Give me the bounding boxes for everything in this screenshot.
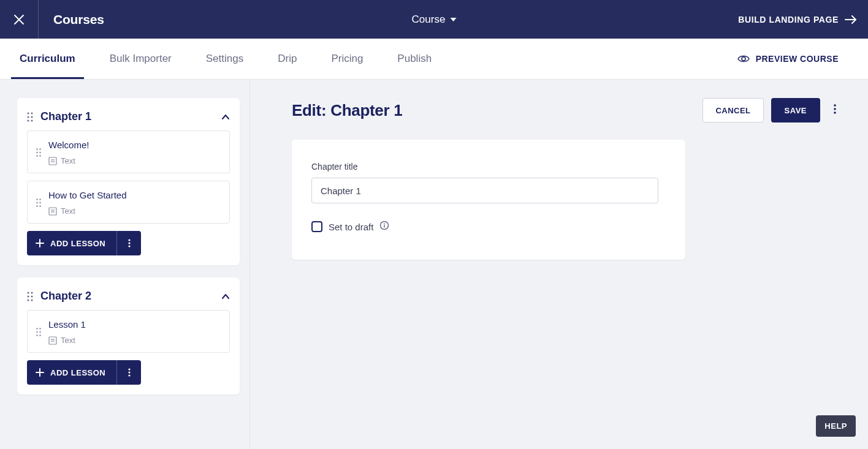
svg-point-21 bbox=[36, 202, 37, 203]
collapse-button[interactable] bbox=[221, 291, 230, 302]
plus-icon bbox=[36, 239, 44, 247]
edit-heading: Edit: Chapter 1 bbox=[292, 101, 702, 120]
cancel-button[interactable]: CANCEL bbox=[702, 98, 763, 123]
tab-bulk-importer[interactable]: Bulk Importer bbox=[107, 39, 174, 79]
svg-point-51 bbox=[128, 371, 130, 373]
add-lesson-label: ADD LESSON bbox=[50, 368, 105, 377]
lesson-card[interactable]: Lesson 1 Text bbox=[27, 310, 230, 353]
drag-handle-icon[interactable] bbox=[27, 112, 33, 122]
tab-publish[interactable]: Publish bbox=[395, 39, 434, 79]
tab-drip[interactable]: Drip bbox=[275, 39, 299, 79]
tab-curriculum[interactable]: Curriculum bbox=[17, 39, 78, 79]
kebab-icon bbox=[128, 368, 131, 377]
add-lesson-menu-button[interactable] bbox=[116, 360, 141, 385]
build-landing-page-button[interactable]: BUILD LANDING PAGE bbox=[738, 15, 868, 25]
tabs: Curriculum Bulk Importer Settings Drip P… bbox=[17, 39, 434, 79]
svg-point-12 bbox=[36, 152, 37, 153]
help-button[interactable]: HELP bbox=[816, 415, 856, 437]
chapter-header[interactable]: Chapter 2 bbox=[27, 287, 230, 310]
svg-point-55 bbox=[834, 111, 836, 114]
draft-checkbox-row: Set to draft bbox=[311, 221, 658, 233]
svg-point-22 bbox=[39, 202, 40, 203]
kebab-icon bbox=[128, 239, 131, 247]
lesson-title: Welcome! bbox=[48, 140, 221, 150]
svg-point-50 bbox=[128, 368, 130, 370]
svg-point-33 bbox=[28, 292, 29, 293]
tab-label: Publish bbox=[397, 53, 432, 65]
collapse-button[interactable] bbox=[221, 111, 230, 123]
draft-checkbox-label: Set to draft bbox=[329, 222, 373, 232]
lesson-body: Welcome! Text bbox=[48, 140, 221, 165]
page-title: Courses bbox=[53, 12, 104, 27]
main: Chapter 1 Welcome! Text bbox=[0, 80, 868, 449]
svg-point-37 bbox=[28, 299, 29, 301]
eye-icon bbox=[737, 55, 750, 63]
chevron-up-icon bbox=[221, 293, 230, 300]
lesson-card[interactable]: Welcome! Text bbox=[27, 130, 230, 173]
svg-point-7 bbox=[31, 116, 33, 118]
edit-header: Edit: Chapter 1 CANCEL SAVE bbox=[292, 98, 839, 123]
chapter-card: Chapter 1 Welcome! Text bbox=[17, 98, 240, 265]
tab-settings[interactable]: Settings bbox=[204, 39, 246, 79]
svg-point-19 bbox=[36, 198, 37, 200]
tab-pricing[interactable]: Pricing bbox=[329, 39, 365, 79]
svg-point-58 bbox=[384, 223, 386, 224]
tabs-row: Curriculum Bulk Importer Settings Drip P… bbox=[0, 39, 868, 80]
svg-point-4 bbox=[28, 112, 29, 114]
svg-point-34 bbox=[31, 292, 33, 293]
text-icon bbox=[48, 207, 57, 216]
svg-point-35 bbox=[28, 295, 29, 297]
chapter-title: Chapter 1 bbox=[40, 110, 214, 123]
add-lesson-menu-button[interactable] bbox=[116, 231, 141, 255]
kebab-icon bbox=[834, 104, 836, 114]
add-lesson-label: ADD LESSON bbox=[50, 239, 105, 248]
form-card: Chapter title Set to draft bbox=[292, 140, 685, 260]
lesson-type-label: Text bbox=[61, 156, 75, 165]
svg-point-23 bbox=[36, 205, 37, 206]
preview-course-label: PREVIEW COURSE bbox=[756, 54, 839, 64]
save-button[interactable]: SAVE bbox=[771, 98, 820, 123]
more-actions-button[interactable] bbox=[831, 102, 839, 119]
svg-point-15 bbox=[39, 155, 40, 156]
chapter-header[interactable]: Chapter 1 bbox=[27, 108, 230, 130]
svg-point-38 bbox=[31, 299, 33, 301]
add-lesson-button[interactable]: ADD LESSON bbox=[27, 231, 116, 255]
lesson-type: Text bbox=[48, 206, 221, 216]
svg-point-41 bbox=[36, 331, 37, 333]
build-landing-page-label: BUILD LANDING PAGE bbox=[738, 15, 839, 25]
course-dropdown[interactable]: Course bbox=[412, 13, 457, 26]
close-button[interactable] bbox=[0, 0, 39, 39]
svg-point-30 bbox=[128, 239, 130, 241]
svg-point-42 bbox=[39, 331, 40, 333]
add-lesson-button[interactable]: ADD LESSON bbox=[27, 360, 116, 385]
lesson-type-label: Text bbox=[61, 206, 75, 216]
tab-label: Settings bbox=[206, 53, 243, 65]
chapter-title-input[interactable] bbox=[311, 178, 658, 203]
top-header: Courses Course BUILD LANDING PAGE bbox=[0, 0, 868, 39]
svg-rect-25 bbox=[49, 208, 56, 215]
svg-point-13 bbox=[39, 152, 40, 153]
tab-label: Curriculum bbox=[20, 53, 75, 65]
drag-handle-icon[interactable] bbox=[27, 292, 33, 301]
svg-point-39 bbox=[36, 328, 37, 329]
svg-rect-16 bbox=[49, 157, 56, 165]
tab-label: Pricing bbox=[331, 53, 363, 65]
svg-point-54 bbox=[834, 108, 836, 110]
svg-point-32 bbox=[128, 245, 130, 247]
lesson-card[interactable]: How to Get Started Text bbox=[27, 181, 230, 224]
lesson-title: Lesson 1 bbox=[48, 319, 221, 330]
chapter-card: Chapter 2 Lesson 1 Text bbox=[17, 277, 240, 394]
lesson-body: How to Get Started Text bbox=[48, 190, 221, 216]
preview-course-button[interactable]: PREVIEW COURSE bbox=[737, 54, 858, 64]
lesson-type-label: Text bbox=[61, 336, 75, 345]
course-dropdown-label: Course bbox=[412, 13, 446, 26]
close-icon bbox=[13, 14, 25, 25]
svg-point-9 bbox=[31, 119, 33, 121]
arrow-right-icon bbox=[845, 15, 857, 24]
draft-checkbox[interactable] bbox=[311, 221, 322, 232]
drag-handle-icon[interactable] bbox=[36, 198, 41, 207]
drag-handle-icon[interactable] bbox=[36, 148, 41, 157]
drag-handle-icon[interactable] bbox=[36, 328, 41, 336]
caret-down-icon bbox=[450, 18, 456, 21]
info-icon[interactable] bbox=[379, 221, 389, 233]
